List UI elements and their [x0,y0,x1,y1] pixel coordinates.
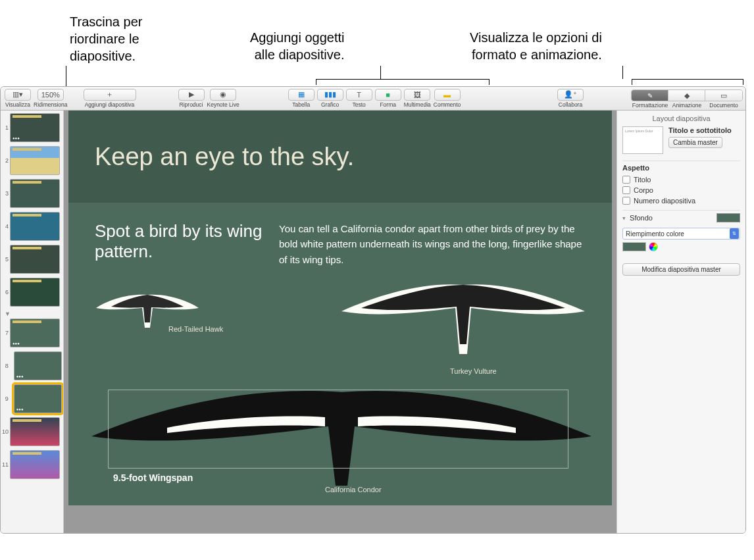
chart-icon: ▮▮▮ [324,90,336,99]
doc-icon: ▭ [720,91,727,100]
comment-label: Commento [434,101,461,108]
background-section[interactable]: ▸ Sfondo [622,214,653,222]
edit-master-button[interactable]: Modifica diapositiva master [622,263,740,276]
document-tab[interactable]: ▭ [705,90,742,101]
text-icon: T [357,91,361,99]
slide-number: 10 [2,428,10,435]
slide-number: 8 [2,363,10,369]
shape-icon: ■ [386,91,390,99]
shape-button[interactable]: ■ Forma [374,88,403,110]
media-label: Multimedia [404,101,431,108]
shape-label: Forma [380,101,396,108]
condor-label: California Condor [325,486,382,494]
slide-thumbnail[interactable] [10,417,60,446]
slide-thumbnail[interactable] [10,450,60,479]
change-master-button[interactable]: Cambia master [668,137,722,148]
animate-tab[interactable]: ◆ [668,90,705,101]
title-check-label: Titolo [634,176,651,184]
chevron-down-icon: ▸ [621,217,628,220]
format-tab[interactable]: ✎ [632,90,668,101]
slide-number: 6 [2,289,10,295]
body-checkbox-row[interactable]: Corpo [622,185,740,195]
media-icon: 🖼 [414,91,421,99]
inspector-tabs: ✎ ◆ ▭ [631,89,743,101]
comment-icon: ▬ [443,91,451,99]
slide-thumbnail[interactable]: ●●● [10,318,60,347]
inspector-title: Layout diapositiva [622,115,740,122]
title-checkbox-row[interactable]: Titolo [622,174,740,185]
add-slide-button[interactable]: ＋ Aggiungi diapositiva [82,88,138,110]
diamond-icon: ◆ [684,91,690,100]
wingspan-indicator [108,390,568,469]
slide-number: 1 [2,124,10,131]
slide-number: 2 [2,157,10,164]
fill-color-swatch[interactable] [622,242,646,251]
view-icon: ▥▾ [13,90,23,99]
slidenum-check-label: Numero diapositiva [634,197,695,205]
master-placeholder-text: Lorem Ipsum Dolor [625,129,661,133]
format-inspector: Layout diapositiva Lorem Ipsum Dolor Tit… [616,111,745,533]
checkbox-icon[interactable] [622,186,630,194]
view-button[interactable]: ▥▾ Visualizza [3,88,32,110]
slide-thumbnail[interactable] [10,278,60,307]
slide-navigator[interactable]: 1●●● 2 3 4 5 6 ▼ 7●●● 8●●● 9●●● 10 11 [1,111,64,533]
callout-add-objects: Aggiungi oggetti alle diapositive. [250,29,344,63]
checkbox-icon[interactable] [622,176,630,184]
disclosure-triangle[interactable]: ▼ [5,311,62,317]
keynote-live-button[interactable]: ◉ Keynote Live [206,88,241,110]
slide-number: 7 [2,330,10,336]
fill-type-dropdown[interactable]: Riempimento colore ⇅ [622,228,740,240]
format-tab-label: Formattazione [632,102,668,109]
animate-tab-label: Animazione [668,102,705,109]
wingspan-label: 9.5-foot Wingspan [113,472,193,483]
callout-reorder: Trascina per riordinare le diapositive. [70,13,142,64]
slide-paragraph[interactable]: You can tell a California condor apart f… [279,221,586,267]
add-slide-label: Aggiungi diapositiva [85,101,135,108]
slide-number: 4 [2,223,10,230]
slide-thumbnail[interactable] [10,179,60,208]
zoom-label: Ridimensiona [34,101,68,108]
slide-thumbnail[interactable]: ●●● [10,113,60,142]
slide-thumbnail[interactable] [10,245,60,274]
play-icon: ▶ [189,90,194,99]
body-check-label: Corpo [634,186,653,194]
hawk-silhouette[interactable] [95,288,200,341]
chart-button[interactable]: ▮▮▮ Grafico [316,88,345,110]
collaborate-icon: 👤⁺ [564,90,577,99]
slide: Keep an eye to the sky. Spot a bird by i… [68,111,612,505]
slide-thumbnail[interactable] [10,212,60,241]
slide-thumbnail[interactable]: ●●● [14,351,62,380]
color-wheel-button[interactable] [649,242,658,251]
media-button[interactable]: 🖼 Multimedia [403,88,432,110]
slidenum-checkbox-row[interactable]: Numero diapositiva [622,195,740,206]
slide-canvas[interactable]: Keep an eye to the sky. Spot a bird by i… [64,111,616,533]
brush-icon: ✎ [647,92,653,99]
slide-subtitle[interactable]: Spot a bird by its wing pattern. [95,221,266,267]
hawk-label: Red-Tailed Hawk [168,325,223,333]
master-name: Titolo e sottotitolo [668,126,740,134]
play-label: Riproduci [180,101,203,108]
app-window: ▥▾ Visualizza 150% Ridimensiona ＋ Aggiun… [0,86,746,534]
slide-thumbnail[interactable] [10,146,60,175]
document-tab-label: Documento [705,102,742,109]
background-color-well[interactable] [716,213,740,222]
slide-title[interactable]: Keep an eye to the sky. [95,143,354,171]
table-label: Tabella [292,101,310,108]
table-icon: ▦ [298,90,305,99]
play-button[interactable]: ▶ Riproduci [177,88,206,110]
checkbox-icon[interactable] [622,197,630,205]
collaborate-button[interactable]: 👤⁺ Collabora [556,88,585,110]
slide-number: 9 [2,395,10,402]
zoom-button[interactable]: 150% Ridimensiona [32,88,69,110]
slide-number: 3 [2,190,10,197]
vulture-silhouette[interactable] [338,275,588,374]
fill-type-value: Riempimento colore [626,230,684,238]
background-label: Sfondo [630,214,653,222]
table-button[interactable]: ▦ Tabella [287,88,316,110]
master-preview-thumb[interactable]: Lorem Ipsum Dolor [622,126,663,154]
live-icon: ◉ [220,90,226,99]
comment-button[interactable]: ▬ Commento [432,88,463,110]
appearance-section: Aspetto [622,161,740,174]
slide-thumbnail-selected[interactable]: ●●● [14,384,62,413]
text-button[interactable]: T Testo [345,88,374,110]
